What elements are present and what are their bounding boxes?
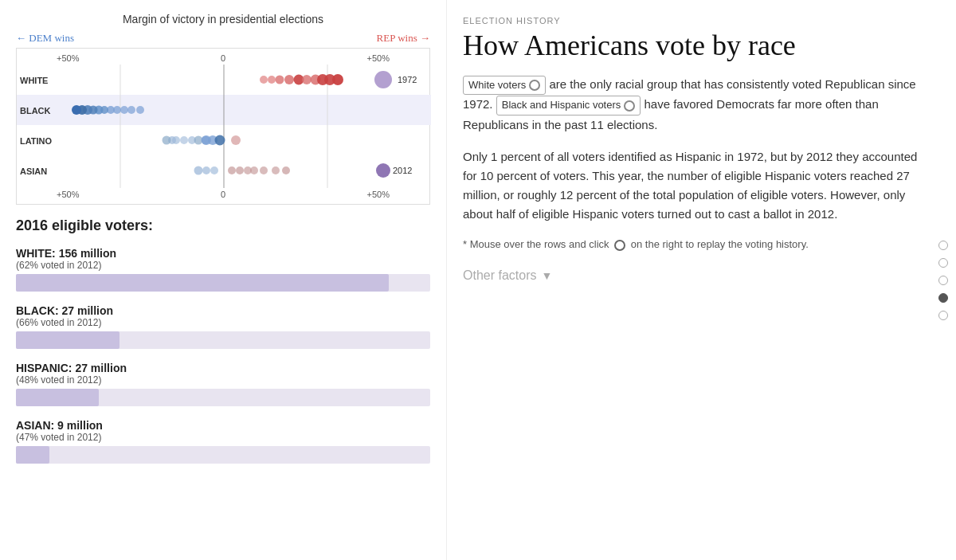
white-voters-badge[interactable]: White voters <box>463 76 546 96</box>
axis-right-top: +50% <box>367 53 390 63</box>
mouse-note-text2: on the right to replay the voting histor… <box>631 238 809 250</box>
svg-text:BLACK: BLACK <box>20 106 51 116</box>
svg-point-34 <box>163 136 171 145</box>
description-paragraph-1: White voters are the only racial group t… <box>463 75 932 135</box>
chart-area: +50% 0 +50% WHITE BLACK LATINO ASIAN <box>16 48 430 205</box>
axis-right-bottom: +50% <box>367 190 390 199</box>
nav-dots <box>938 241 948 320</box>
svg-point-43 <box>236 166 244 174</box>
voter-group-sub: (48% voted in 2012) <box>16 374 430 386</box>
svg-text:2012: 2012 <box>393 166 412 175</box>
axis-center-top: 0 <box>221 53 225 63</box>
nav-dot-4[interactable] <box>938 293 948 303</box>
svg-point-48 <box>202 166 210 174</box>
mouse-note: * Mouse over the rows and click on the r… <box>463 237 932 253</box>
dot-chart-svg: WHITE BLACK LATINO ASIAN 1972 <box>17 65 431 188</box>
bar-track <box>16 446 430 464</box>
svg-point-13 <box>302 75 311 84</box>
eligible-title: 2016 eligible voters: <box>16 217 430 234</box>
voter-group: BLACK: 27 million (66% voted in 2012) <box>16 304 430 349</box>
main-title: How Americans vote by race <box>463 30 932 62</box>
nav-dot-1[interactable] <box>938 241 948 250</box>
axis-left-bottom: +50% <box>57 190 79 199</box>
other-factors-button[interactable]: Other factors ▼ <box>463 268 552 283</box>
svg-point-46 <box>260 166 268 174</box>
nav-dot-3[interactable] <box>938 276 948 285</box>
bar-fill <box>16 446 49 464</box>
voter-group: ASIAN: 9 million (47% voted in 2012) <box>16 419 430 464</box>
bar-track <box>16 389 430 406</box>
axis-labels-bottom: +50% 0 +50% <box>17 188 429 201</box>
chevron-down-icon: ▼ <box>541 269 552 282</box>
axis-labels-top: +50% 0 +50% <box>17 52 429 65</box>
axis-left-top: +50% <box>57 53 79 63</box>
bar-fill <box>16 274 389 292</box>
nav-dot-5[interactable] <box>938 311 948 320</box>
svg-point-8 <box>260 76 268 84</box>
chart-title: Margin of victory in presidential electi… <box>16 13 430 25</box>
other-factors-label: Other factors <box>463 268 536 283</box>
dem-label: ← DEM wins <box>16 32 74 45</box>
section-label: ELECTION HISTORY <box>463 16 932 25</box>
white-badge-text: White voters <box>468 77 526 94</box>
svg-text:1972: 1972 <box>398 75 417 84</box>
voter-group-name: WHITE: 156 million <box>16 247 430 260</box>
svg-text:WHITE: WHITE <box>20 76 48 85</box>
voter-group: WHITE: 156 million (62% voted in 2012) <box>16 247 430 292</box>
voter-group-name: HISPANIC: 27 million <box>16 362 430 374</box>
rep-label: REP wins → <box>377 32 430 45</box>
black-circle-icon <box>624 100 635 112</box>
svg-point-22 <box>120 106 128 114</box>
voter-group: HISPANIC: 27 million (48% voted in 2012) <box>16 362 430 406</box>
bar-track <box>16 274 430 292</box>
voter-group-sub: (66% voted in 2012) <box>16 317 430 328</box>
svg-point-49 <box>194 166 203 175</box>
svg-point-20 <box>136 106 144 114</box>
svg-text:ASIAN: ASIAN <box>20 166 47 176</box>
mouse-note-text: * Mouse over the rows and click <box>463 238 612 250</box>
svg-point-10 <box>276 76 284 84</box>
svg-point-30 <box>72 105 81 115</box>
svg-point-31 <box>180 136 188 144</box>
replay-circle-icon <box>614 240 625 251</box>
voter-group-sub: (47% voted in 2012) <box>16 432 430 443</box>
bar-track <box>16 331 430 349</box>
bar-fill <box>16 331 120 349</box>
voter-group-name: BLACK: 27 million <box>16 304 430 317</box>
bar-fill <box>16 389 99 406</box>
svg-point-44 <box>228 166 236 174</box>
svg-point-52 <box>376 163 390 178</box>
svg-point-50 <box>272 166 280 174</box>
svg-point-51 <box>282 166 290 174</box>
voter-group-name: ASIAN: 9 million <box>16 419 430 432</box>
svg-point-47 <box>210 166 218 174</box>
svg-point-40 <box>231 135 241 145</box>
paragraph2: Only 1 percent of all voters identified … <box>463 147 932 224</box>
svg-point-11 <box>284 75 294 84</box>
axis-center-bottom: 0 <box>221 190 225 199</box>
svg-point-18 <box>374 71 392 88</box>
dem-rep-labels: ← DEM wins REP wins → <box>16 32 430 45</box>
voter-groups: WHITE: 156 million (62% voted in 2012) B… <box>16 247 430 464</box>
black-badge-text: Black and Hispanic voters <box>502 97 621 114</box>
black-hispanic-badge[interactable]: Black and Hispanic voters <box>496 96 641 116</box>
white-circle-icon <box>529 80 540 91</box>
svg-point-9 <box>268 76 276 84</box>
svg-point-17 <box>332 74 343 85</box>
svg-point-39 <box>202 135 211 145</box>
svg-text:LATINO: LATINO <box>20 136 53 146</box>
svg-point-21 <box>127 106 135 114</box>
svg-point-41 <box>215 135 225 146</box>
left-panel: Margin of victory in presidential electi… <box>0 0 446 560</box>
right-panel: ELECTION HISTORY How Americans vote by r… <box>446 0 956 560</box>
svg-point-45 <box>250 166 258 174</box>
nav-dot-2[interactable] <box>938 258 948 268</box>
voter-group-sub: (62% voted in 2012) <box>16 260 430 271</box>
